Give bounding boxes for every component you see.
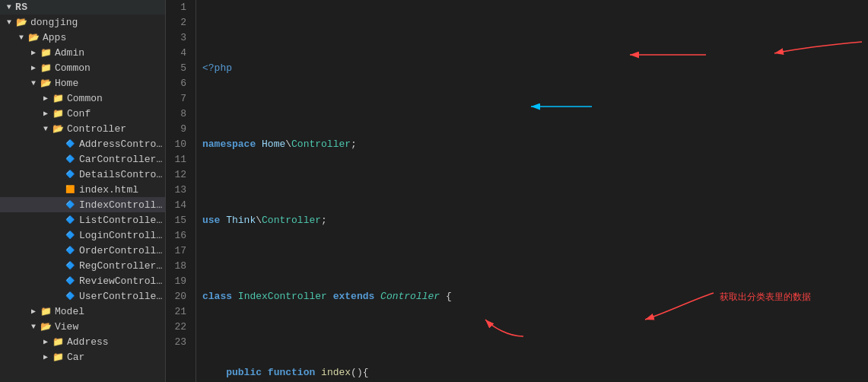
line-numbers: 12345 678910 1112131415 1617181920 21222… xyxy=(166,0,196,382)
admin-arrow xyxy=(27,48,40,57)
reg-controller-label: RegController.class.php xyxy=(79,260,165,272)
annotation-1: 获取出分类表里的数据 xyxy=(720,289,811,304)
code-container: 12345 678910 1112131415 1617181920 21222… xyxy=(166,0,868,382)
conf-folder-icon xyxy=(52,107,64,119)
list-controller-label: ListController.class.php xyxy=(79,215,165,226)
view-label: View xyxy=(55,321,165,333)
sidebar-item-home[interactable]: Home xyxy=(0,75,165,91)
details-controller-icon xyxy=(64,168,76,180)
dongjing-arrow xyxy=(3,18,15,27)
code-line-2: namespace Home\Controller; xyxy=(202,137,862,152)
reg-controller-icon xyxy=(64,259,76,272)
sidebar-item-list-controller[interactable]: ListController.class.php xyxy=(0,212,165,228)
sidebar-item-reg-controller[interactable]: RegController.class.php xyxy=(0,258,165,273)
user-controller-icon xyxy=(64,290,76,302)
sidebar-item-car-controller[interactable]: CarController.class.php xyxy=(0,151,165,167)
address-label: Address xyxy=(67,336,165,348)
sidebar-item-apps[interactable]: Apps xyxy=(0,30,165,45)
common-apps-label: Common xyxy=(55,62,165,74)
sidebar-item-index-html[interactable]: index.html xyxy=(0,182,165,197)
apps-arrow xyxy=(15,33,27,42)
sidebar-item-address-controller[interactable]: AddressController.class.php xyxy=(0,136,165,151)
sidebar-item-dongjing[interactable]: dongjing xyxy=(0,14,165,30)
common-apps-arrow xyxy=(27,63,40,72)
dongjing-folder-icon xyxy=(15,16,27,28)
apps-folder-icon xyxy=(27,31,40,43)
address-controller-label: AddressController.class.php xyxy=(79,138,165,150)
code-line-3: use Think\Controller; xyxy=(202,213,862,228)
model-label: Model xyxy=(55,306,165,317)
sidebar-item-common-apps[interactable]: Common xyxy=(0,60,165,75)
common-home-folder-icon xyxy=(52,92,64,104)
car-controller-label: CarController.class.php xyxy=(79,154,165,165)
controller-label: Controller xyxy=(67,123,165,135)
car-label: Car xyxy=(67,352,165,363)
common-home-label: Common xyxy=(67,93,165,104)
code-lines: <?php namespace Home\Controller; use Thi… xyxy=(196,0,868,382)
sidebar-item-admin[interactable]: Admin xyxy=(0,45,165,60)
review-controller-label: ReviewController.class.php xyxy=(79,275,165,287)
code-line-1: <?php xyxy=(202,61,862,76)
sidebar-item-model[interactable]: Model xyxy=(0,304,165,319)
review-controller-icon xyxy=(64,275,76,287)
controller-arrow xyxy=(40,125,52,133)
code-line-4: class IndexController extends Controller… xyxy=(202,289,862,304)
sidebar-item-controller[interactable]: Controller xyxy=(0,121,165,136)
code-editor[interactable]: 12345 678910 1112131415 1617181920 21222… xyxy=(166,0,868,382)
address-controller-icon xyxy=(64,138,76,150)
car-controller-icon xyxy=(64,153,76,165)
login-controller-icon xyxy=(64,229,76,241)
common-home-arrow xyxy=(40,94,52,103)
sidebar-item-user-controller[interactable]: UserController.class.php xyxy=(0,288,165,304)
controller-folder-icon xyxy=(52,123,64,135)
view-arrow xyxy=(27,323,40,331)
model-arrow xyxy=(27,307,40,316)
sidebar-item-common-home[interactable]: Common xyxy=(0,91,165,106)
address-arrow xyxy=(40,337,52,346)
admin-folder-icon xyxy=(40,46,52,59)
sidebar-item-index-controller[interactable]: IndexController.class.php xyxy=(0,197,165,212)
sidebar-item-login-controller[interactable]: LoginController.class.php xyxy=(0,228,165,243)
sidebar-item-review-controller[interactable]: ReviewController.class.php xyxy=(0,273,165,288)
project-name: RS xyxy=(15,2,165,13)
login-controller-label: LoginController.class.php xyxy=(79,230,165,241)
view-folder-icon xyxy=(40,320,52,333)
order-controller-label: OrderController.class.php xyxy=(79,245,165,256)
list-controller-icon xyxy=(64,214,76,226)
address-folder-icon xyxy=(52,336,64,348)
details-controller-label: DetailsController.class.php xyxy=(79,169,165,180)
index-controller-label: IndexController.class.php xyxy=(79,199,165,211)
file-tree-sidebar[interactable]: RS dongjing Apps Admin Common Home Commo… xyxy=(0,0,166,382)
sidebar-item-details-controller[interactable]: DetailsController.class.php xyxy=(0,167,165,182)
home-arrow xyxy=(27,79,40,88)
model-folder-icon xyxy=(40,305,52,317)
sidebar-item-order-controller[interactable]: OrderController.class.php xyxy=(0,243,165,258)
project-arrow xyxy=(3,3,15,11)
sidebar-item-address[interactable]: Address xyxy=(0,334,165,349)
home-folder-icon xyxy=(40,77,52,89)
code-line-5: public function index(){ xyxy=(202,365,862,380)
car-folder-icon xyxy=(52,351,64,363)
index-html-label: index.html xyxy=(79,184,165,196)
admin-label: Admin xyxy=(55,47,165,59)
conf-label: Conf xyxy=(67,108,165,119)
sidebar-item-conf[interactable]: Conf xyxy=(0,106,165,121)
index-html-icon xyxy=(64,183,76,196)
car-arrow xyxy=(40,352,52,361)
order-controller-icon xyxy=(64,244,76,256)
common-apps-folder-icon xyxy=(40,62,52,74)
home-label: Home xyxy=(55,78,165,89)
user-controller-label: UserController.class.php xyxy=(79,291,165,302)
dongjing-label: dongjing xyxy=(30,17,165,28)
conf-arrow xyxy=(40,109,52,118)
apps-label: Apps xyxy=(43,32,165,43)
sidebar-item-view[interactable]: View xyxy=(0,319,165,334)
sidebar-item-car[interactable]: Car xyxy=(0,349,165,364)
index-controller-icon xyxy=(64,199,76,211)
project-root[interactable]: RS xyxy=(0,0,165,14)
